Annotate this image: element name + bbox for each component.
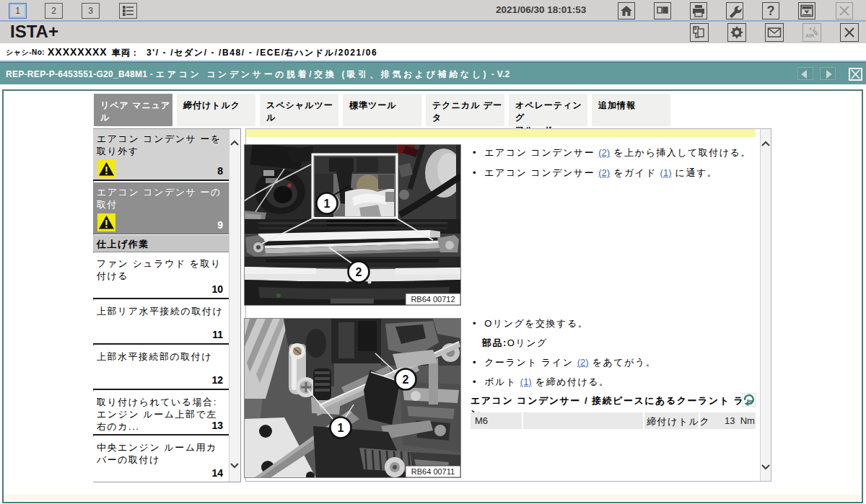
svg-text:Nm: Nm bbox=[747, 399, 753, 403]
svg-text:1: 1 bbox=[338, 422, 344, 434]
svg-text:2: 2 bbox=[356, 266, 362, 278]
svg-text:RB64 00711: RB64 00711 bbox=[411, 467, 455, 476]
svg-text:1: 1 bbox=[324, 198, 331, 210]
svg-text:AIR: AIR bbox=[805, 33, 814, 38]
svg-text:2: 2 bbox=[403, 373, 409, 386]
svg-text:RB64 00712: RB64 00712 bbox=[411, 295, 455, 304]
